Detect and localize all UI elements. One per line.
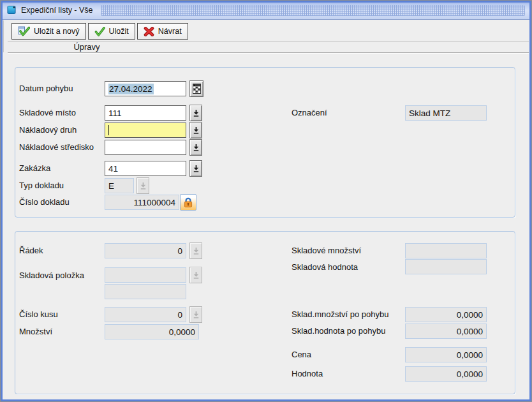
doc-type-value: E: [108, 181, 114, 191]
dropdown-arrow-icon: [193, 272, 199, 279]
piece-number-spinner-button: [189, 306, 202, 323]
stock-qty-after-value: 0,0000: [457, 310, 483, 320]
stock-value-label: Skladová hodnota: [292, 260, 358, 275]
titlebar-pattern: [101, 5, 525, 16]
doc-number-value: 111000004: [133, 198, 175, 207]
stock-qty-label: Skladové množství: [292, 243, 361, 258]
return-button[interactable]: Návrat: [137, 23, 188, 40]
save-and-new-label: Uložit a nový: [34, 27, 80, 36]
document-header-panel: Datum pohybu 27.04.2022 Skladové místo: [15, 67, 515, 218]
cost-center-dropdown-button[interactable]: [189, 139, 202, 156]
warehouse-dropdown-button[interactable]: [189, 105, 202, 121]
stock-qty-after-label: Sklad.množství po pohybu: [292, 307, 388, 322]
cost-type-label: Nákladový druh: [19, 123, 77, 138]
doc-type-dropdown-button: [137, 177, 149, 194]
price-value: 0,0000: [457, 350, 483, 360]
date-input[interactable]: 27.04.2022: [105, 81, 186, 96]
order-label: Zakázka: [19, 161, 50, 176]
doc-number-field: 111000004: [105, 195, 179, 210]
price-label: Cena: [292, 347, 311, 362]
date-label: Datum pohybu: [19, 81, 73, 96]
row-spinner-button: [189, 242, 202, 259]
price-field: 0,0000: [405, 347, 487, 362]
save-and-new-button[interactable]: Uložit a nový: [11, 23, 86, 40]
dropdown-arrow-icon: [193, 248, 199, 255]
dropdown-arrow-icon: [140, 182, 146, 190]
warehouse-label: Skladové místo: [19, 105, 76, 121]
stock-item-dropdown-button: [189, 267, 202, 283]
dropdown-arrow-icon: [193, 311, 199, 318]
cost-type-dropdown-button[interactable]: [189, 122, 202, 138]
order-dropdown-button[interactable]: [189, 160, 202, 177]
row-label: Řádek: [19, 243, 43, 258]
quantity-value: 0,0000: [169, 327, 195, 337]
stock-value-field: [405, 259, 487, 274]
document-icon: [7, 5, 17, 15]
cost-center-input[interactable]: [105, 140, 186, 155]
stock-value-after-label: Sklad.hodnota po pohybu: [292, 324, 385, 339]
designation-value: Sklad MTZ: [409, 108, 450, 118]
calendar-button[interactable]: [189, 80, 203, 97]
return-x-icon: [144, 27, 154, 36]
titlebar[interactable]: Expediční listy - Vše: [1, 1, 531, 20]
calendar-icon: [193, 84, 201, 94]
save-label: Uložit: [109, 27, 129, 36]
warehouse-value: 111: [108, 108, 122, 118]
toolbar-caption: Úpravy: [11, 42, 162, 52]
value-label: Hodnota: [292, 366, 323, 382]
piece-number-value: 0: [177, 310, 182, 320]
order-value: 41: [108, 164, 118, 174]
stock-qty-field: [405, 243, 487, 258]
quantity-field: 0,0000: [105, 324, 199, 339]
dropdown-arrow-icon: [193, 110, 199, 117]
save-check-icon: [94, 27, 105, 36]
row-field: 0: [105, 243, 186, 258]
doc-type-field: E: [105, 178, 134, 193]
designation-field: Sklad MTZ: [405, 105, 487, 121]
cost-type-input[interactable]: [105, 123, 186, 138]
value-field: 0,0000: [405, 366, 487, 382]
dropdown-arrow-icon: [193, 127, 199, 134]
piece-number-field: 0: [105, 307, 186, 322]
return-label: Návrat: [158, 27, 182, 36]
document-line-panel: Řádek 0 Skladové množství Skladová hodno…: [15, 231, 515, 394]
cost-center-label: Nákladové středisko: [19, 140, 94, 155]
quantity-label: Množství: [19, 324, 52, 339]
toolbar-separator-top: [8, 41, 529, 41]
save-new-icon: [18, 26, 30, 36]
application-window: Expediční listy - Vše Uložit a nový: [0, 0, 532, 402]
stock-item-name-field: [105, 284, 186, 299]
order-input[interactable]: 41: [105, 161, 186, 176]
date-value: 27.04.2022: [108, 84, 154, 94]
doc-number-label: Číslo dokladu: [19, 195, 70, 210]
stock-value-after-value: 0,0000: [457, 327, 483, 336]
save-button[interactable]: Uložit: [88, 23, 135, 40]
toolbar-separator-bottom: [8, 52, 529, 53]
toolbar: Uložit a nový Uložit Náv: [3, 20, 529, 52]
warehouse-input[interactable]: 111: [105, 105, 186, 121]
designation-label: Označení: [292, 105, 327, 121]
lock-icon: [183, 197, 193, 208]
stock-item-label: Skladová položka: [19, 268, 84, 283]
dropdown-arrow-icon: [193, 165, 199, 172]
stock-value-after-field: 0,0000: [405, 324, 487, 339]
lock-button[interactable]: [180, 194, 196, 211]
window-title: Expediční listy - Vše: [21, 5, 93, 15]
piece-number-label: Číslo kusu: [19, 307, 58, 322]
row-value: 0: [177, 246, 182, 256]
text-caret: [108, 125, 109, 135]
dropdown-arrow-icon: [193, 144, 199, 151]
stock-item-field: [105, 267, 186, 283]
toolbar-button-row: Uložit a nový Uložit Náv: [11, 23, 188, 40]
value-value: 0,0000: [457, 369, 483, 379]
stock-qty-after-field: 0,0000: [405, 307, 487, 322]
doc-type-label: Typ dokladu: [19, 178, 64, 193]
